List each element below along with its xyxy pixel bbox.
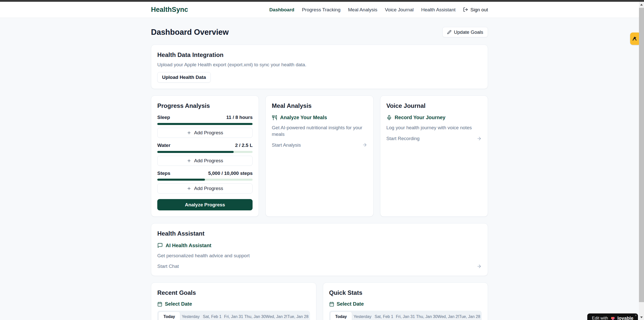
app-logo[interactable]: HealthSync [151, 5, 188, 14]
nav-meal-analysis[interactable]: Meal Analysis [348, 7, 377, 13]
feedback-widget-tab[interactable] [630, 33, 639, 45]
analyze-your-meals-label: Analyze Your Meals [280, 114, 327, 121]
tab-sat-feb-1[interactable]: Sat, Feb 1 [373, 312, 395, 320]
ai-health-assistant-link[interactable]: AI Health Assistant [157, 242, 482, 249]
health-data-card: Health Data Integration Upload your Appl… [151, 45, 488, 89]
nav-progress-tracking[interactable]: Progress Tracking [302, 7, 341, 13]
arrow-right-icon [477, 136, 482, 141]
recent-goals-title: Recent Goals [157, 289, 310, 297]
page-title: Dashboard Overview [151, 27, 229, 38]
analyze-progress-button[interactable]: Analyze Progress [157, 199, 253, 210]
metric-value: 2 / 2.5 L [235, 142, 253, 149]
health-data-title: Health Data Integration [157, 51, 482, 59]
add-progress-water-button[interactable]: Add Progress [157, 156, 253, 166]
add-progress-sleep-button[interactable]: Add Progress [157, 128, 253, 138]
meal-analysis-card: Meal Analysis Analyze Your Meals Get AI-… [265, 95, 373, 217]
tab-tue-jan-28[interactable]: Tue, Jan 28 [287, 312, 309, 320]
health-assistant-title: Health Assistant [157, 230, 482, 238]
metric-label: Water [157, 142, 170, 149]
start-recording-link[interactable]: Start Recording [386, 135, 482, 142]
close-icon[interactable]: × [635, 314, 637, 317]
update-goals-button[interactable]: Update Goals [442, 27, 488, 37]
quick-stats-title: Quick Stats [329, 289, 482, 297]
start-chat-link[interactable]: Start Chat [157, 263, 482, 270]
add-progress-steps-button[interactable]: Add Progress [157, 183, 253, 194]
tab-tue-jan-28[interactable]: Tue, Jan 28 [459, 312, 480, 320]
metric-steps: Steps 5,000 / 10,000 steps Add Progress [157, 170, 253, 194]
arrow-right-icon [362, 142, 367, 147]
tab-today[interactable]: Today [330, 312, 352, 320]
tab-thu-jan-30[interactable]: Thu, Jan 30 [244, 312, 266, 320]
tab-wed-jan-29[interactable]: Wed, Jan 29 [438, 312, 459, 320]
start-recording-label: Start Recording [386, 135, 420, 142]
arrow-right-icon [477, 264, 482, 269]
metric-value: 5,000 / 10,000 steps [208, 170, 253, 177]
microphone-icon [386, 115, 392, 120]
recent-goals-card: Recent Goals Select Date Today Yesterday… [151, 282, 316, 320]
voice-journal-card: Voice Journal Record Your Journey Log yo… [380, 95, 488, 217]
metric-value: 11 / 8 hours [226, 114, 253, 121]
meal-analysis-title: Meal Analysis [272, 102, 367, 110]
tab-thu-jan-30[interactable]: Thu, Jan 30 [416, 312, 438, 320]
metric-label: Sleep [157, 114, 170, 121]
header: HealthSync Dashboard Progress Tracking M… [0, 2, 639, 18]
recent-goals-date-tabs: Today Yesterday Sat, Feb 1 Fri, Jan 31 T… [157, 311, 310, 320]
start-analysis-link[interactable]: Start Analysis [272, 142, 367, 148]
select-date-label: Select Date [337, 301, 364, 307]
quick-stats-date-tabs: Today Yesterday Sat, Feb 1 Fri, Jan 31 T… [329, 311, 482, 320]
record-your-journey-label: Record Your Journey [395, 114, 446, 121]
scrollbar-down-button[interactable] [639, 314, 644, 320]
nav-health-assistant[interactable]: Health Assistant [421, 7, 455, 13]
record-your-journey-link[interactable]: Record Your Journey [386, 114, 482, 121]
upload-health-data-button[interactable]: Upload Health Data [157, 72, 211, 83]
add-progress-label: Add Progress [194, 158, 223, 164]
chat-bubble-icon [157, 243, 163, 248]
tab-fri-jan-31[interactable]: Fri, Jan 31 [395, 312, 416, 320]
vertical-scrollbar [639, 2, 644, 320]
upload-health-data-label: Upload Health Data [162, 75, 206, 80]
calendar-icon [157, 302, 162, 307]
quick-stats-select-date[interactable]: Select Date [329, 301, 482, 307]
steps-progress-bar [157, 179, 253, 181]
nav-dashboard[interactable]: Dashboard [269, 7, 294, 13]
sign-out-label: Sign out [470, 7, 488, 13]
health-assistant-description: Get personalized health advice and suppo… [157, 252, 482, 259]
recent-goals-select-date[interactable]: Select Date [157, 301, 310, 307]
scrollbar-thumb[interactable] [639, 8, 644, 302]
quick-stats-card: Quick Stats Select Date Today Yesterday … [323, 282, 488, 320]
add-progress-label: Add Progress [194, 130, 223, 136]
tab-fri-jan-31[interactable]: Fri, Jan 31 [223, 312, 244, 320]
progress-analysis-card: Progress Analysis Sleep 11 / 8 hours Add… [151, 95, 259, 217]
tab-yesterday[interactable]: Yesterday [180, 312, 201, 320]
update-goals-label: Update Goals [454, 29, 483, 35]
select-date-label: Select Date [165, 301, 192, 307]
sign-out-button[interactable]: Sign out [463, 7, 488, 13]
window-top-strip [0, 0, 644, 2]
meal-analysis-description: Get AI-powered nutritional insights for … [272, 124, 367, 137]
water-progress-bar [157, 151, 253, 153]
heart-icon [610, 316, 615, 320]
feedback-logo-icon [632, 36, 637, 41]
scrollbar-up-button[interactable] [639, 2, 644, 7]
utensils-icon [272, 115, 277, 120]
tab-yesterday[interactable]: Yesterday [352, 312, 373, 320]
nav-voice-journal[interactable]: Voice Journal [385, 7, 414, 13]
plus-icon [187, 186, 191, 191]
analyze-your-meals-link[interactable]: Analyze Your Meals [272, 114, 367, 121]
pencil-icon [447, 30, 451, 34]
tab-today[interactable]: Today [159, 312, 180, 320]
add-progress-label: Add Progress [194, 186, 223, 191]
start-chat-label: Start Chat [157, 263, 179, 270]
edit-with-lovable-badge[interactable]: Edit with lovable × [587, 313, 638, 320]
metric-label: Steps [157, 170, 170, 177]
health-assistant-card: Health Assistant AI Health Assistant Get… [151, 223, 488, 276]
lovable-prefix-label: Edit with [592, 315, 608, 320]
log-out-icon [463, 7, 468, 12]
tab-wed-jan-29[interactable]: Wed, Jan 29 [266, 312, 287, 320]
ai-health-assistant-label: AI Health Assistant [166, 242, 211, 249]
lovable-brand-label: lovable [618, 315, 633, 320]
health-data-description: Upload your Apple Health export (export.… [157, 61, 482, 68]
voice-journal-description: Log your health journey with voice notes [386, 124, 482, 131]
tab-sat-feb-1[interactable]: Sat, Feb 1 [201, 312, 223, 320]
start-analysis-label: Start Analysis [272, 142, 301, 148]
